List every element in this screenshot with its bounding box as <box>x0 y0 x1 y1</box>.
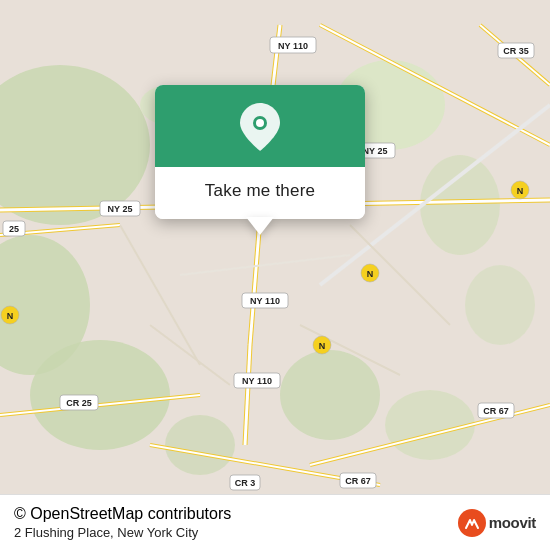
address-text: 2 Flushing Place, New York City <box>14 525 231 540</box>
svg-text:CR 25: CR 25 <box>66 398 92 408</box>
svg-text:N: N <box>7 311 14 321</box>
svg-text:N: N <box>517 186 524 196</box>
svg-point-10 <box>465 265 535 345</box>
map-background: NY 110 NY 25 NY 25 25 NY 110 NY 110 CR 2… <box>0 0 550 550</box>
svg-point-6 <box>280 350 380 440</box>
svg-point-7 <box>165 415 235 475</box>
popup-button-area: Take me there <box>155 167 365 219</box>
svg-point-68 <box>256 119 264 127</box>
svg-text:NY 110: NY 110 <box>242 376 272 386</box>
take-me-there-button[interactable]: Take me there <box>205 181 315 201</box>
moovit-icon <box>458 509 486 537</box>
moovit-text: moovit <box>489 514 536 531</box>
moovit-logo: moovit <box>458 509 536 537</box>
map-container: NY 110 NY 25 NY 25 25 NY 110 NY 110 CR 2… <box>0 0 550 550</box>
svg-text:CR 67: CR 67 <box>483 406 509 416</box>
svg-text:NY 25: NY 25 <box>108 204 133 214</box>
svg-text:CR 3: CR 3 <box>235 478 256 488</box>
svg-point-3 <box>30 340 170 450</box>
bottom-left-info: © OpenStreetMap contributors 2 Flushing … <box>14 505 231 540</box>
svg-text:NY 110: NY 110 <box>278 41 308 51</box>
location-pin-icon <box>238 105 282 149</box>
svg-text:25: 25 <box>9 224 19 234</box>
popup-green-header <box>155 85 365 167</box>
bottom-bar: © OpenStreetMap contributors 2 Flushing … <box>0 494 550 550</box>
svg-text:CR 35: CR 35 <box>503 46 529 56</box>
svg-text:NY 25: NY 25 <box>363 146 388 156</box>
svg-point-5 <box>420 155 500 255</box>
attribution-text: © OpenStreetMap contributors <box>14 505 231 523</box>
popup-card: Take me there <box>155 85 365 219</box>
svg-text:CR 67: CR 67 <box>345 476 371 486</box>
svg-point-8 <box>385 390 475 460</box>
svg-text:N: N <box>367 269 374 279</box>
svg-text:N: N <box>319 341 326 351</box>
svg-text:NY 110: NY 110 <box>250 296 280 306</box>
